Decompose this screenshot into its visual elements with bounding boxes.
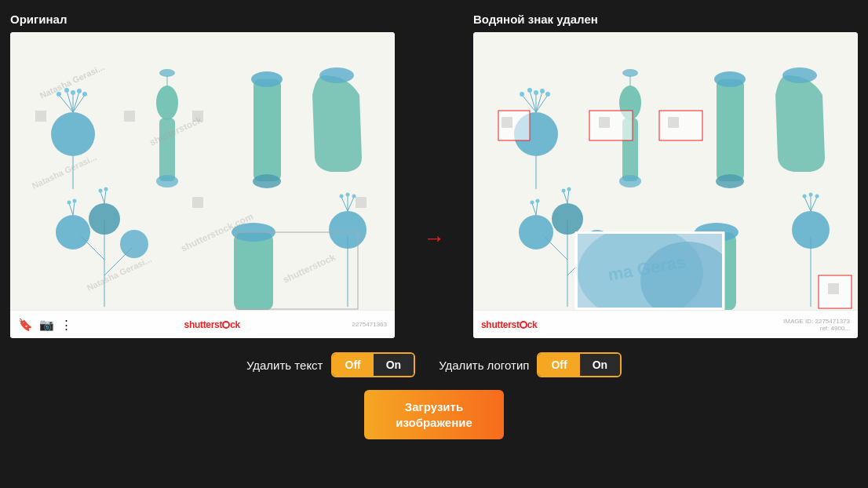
processed-section: Водяной знак удален <box>473 13 858 338</box>
remove-text-control: Удалить текст Off On <box>246 352 415 377</box>
svg-point-10 <box>82 92 87 97</box>
svg-point-35 <box>67 201 71 205</box>
remove-logo-label: Удалить логотип <box>439 359 529 372</box>
svg-point-68 <box>534 90 538 95</box>
processed-bottom-bar: shutterstck IMAGE ID: 2275471373ref: 490… <box>473 310 858 338</box>
svg-rect-109 <box>501 117 512 128</box>
svg-point-74 <box>619 175 641 188</box>
svg-rect-39 <box>234 232 273 311</box>
svg-rect-106 <box>589 111 633 140</box>
svg-point-79 <box>716 174 744 188</box>
svg-rect-107 <box>659 111 702 140</box>
svg-point-103 <box>809 193 813 197</box>
svg-rect-77 <box>717 79 744 181</box>
svg-point-37 <box>99 189 103 193</box>
bookmark-icon[interactable]: 🔖 <box>18 318 33 332</box>
svg-point-29 <box>120 230 148 258</box>
svg-point-15 <box>156 175 178 188</box>
red-arrow: → <box>423 226 445 251</box>
svg-rect-110 <box>599 117 610 128</box>
shutterstock-logo-original: shutterstck <box>184 319 240 330</box>
svg-point-17 <box>159 69 175 77</box>
download-line1: Загрузить <box>405 400 463 413</box>
controls-row: Удалить текст Off On Удалить логотип Off… <box>246 352 622 377</box>
svg-point-38 <box>104 188 108 191</box>
image-id-processed: IMAGE ID: 2275471373ref: 4900... <box>783 318 850 332</box>
svg-point-50 <box>346 193 350 197</box>
svg-rect-18 <box>35 111 46 122</box>
download-line2: изображение <box>396 416 472 429</box>
original-section: Оригинал <box>10 13 395 338</box>
svg-point-9 <box>71 90 75 95</box>
svg-point-78 <box>714 71 746 87</box>
svg-point-30 <box>89 203 120 235</box>
camera-icon[interactable]: 📷 <box>39 318 54 332</box>
svg-point-76 <box>622 69 638 77</box>
more-icon[interactable]: ⋮ <box>60 318 72 332</box>
processed-title: Водяной знак удален <box>473 13 598 26</box>
svg-point-24 <box>319 67 354 83</box>
svg-point-91 <box>531 201 534 205</box>
shutterstock-logo-processed: shutterstck <box>481 319 537 330</box>
svg-point-98 <box>792 211 830 249</box>
svg-point-69 <box>545 92 550 97</box>
svg-point-67 <box>520 92 524 97</box>
svg-point-94 <box>567 188 571 191</box>
svg-point-22 <box>251 71 283 87</box>
svg-point-28 <box>56 215 90 249</box>
svg-point-104 <box>815 195 819 198</box>
svg-point-13 <box>156 86 178 120</box>
svg-rect-21 <box>253 79 281 181</box>
svg-point-93 <box>562 189 566 193</box>
svg-point-102 <box>803 195 807 198</box>
processed-image-frame: ma Geras shutterstck IMAGE ID: 227547137… <box>473 32 858 338</box>
svg-point-45 <box>329 211 367 249</box>
svg-point-86 <box>552 203 583 235</box>
svg-point-1 <box>51 112 95 156</box>
svg-point-23 <box>253 174 281 188</box>
svg-point-84 <box>519 215 553 249</box>
svg-point-51 <box>352 195 356 198</box>
original-image-frame: Natasha Gerasi... shutterstock Natasha G… <box>10 32 395 338</box>
remove-text-off-button[interactable]: Off <box>333 354 374 376</box>
original-title: Оригинал <box>10 13 67 26</box>
original-bottom-icons: 🔖 📷 ⋮ <box>18 318 72 332</box>
red-arrow-container: → <box>410 60 458 338</box>
svg-point-92 <box>536 199 540 203</box>
svg-point-71 <box>540 89 545 93</box>
svg-point-12 <box>77 89 82 93</box>
svg-rect-111 <box>668 117 679 128</box>
original-bottom-bar: 🔖 📷 ⋮ shutterstck 2275471363 <box>10 310 395 338</box>
svg-rect-19 <box>124 111 135 122</box>
remove-text-label: Удалить текст <box>246 359 323 372</box>
svg-point-49 <box>340 195 344 198</box>
remove-text-toggle[interactable]: Off On <box>331 352 416 377</box>
remove-logo-on-button[interactable]: On <box>580 354 620 376</box>
zoom-inset-processed: ma Geras <box>575 231 724 310</box>
svg-rect-42 <box>192 197 203 208</box>
remove-logo-control: Удалить логотип Off On <box>439 352 622 377</box>
remove-text-on-button[interactable]: On <box>374 354 414 376</box>
svg-rect-43 <box>356 197 367 208</box>
svg-point-70 <box>527 88 532 93</box>
svg-point-36 <box>73 199 77 203</box>
remove-logo-toggle[interactable]: Off On <box>537 352 622 377</box>
image-id-original: 2275471363 <box>352 321 387 328</box>
svg-rect-112 <box>828 283 839 294</box>
svg-point-80 <box>782 67 817 83</box>
remove-logo-off-button[interactable]: Off <box>538 354 579 376</box>
download-button[interactable]: Загрузить изображение <box>364 390 504 439</box>
